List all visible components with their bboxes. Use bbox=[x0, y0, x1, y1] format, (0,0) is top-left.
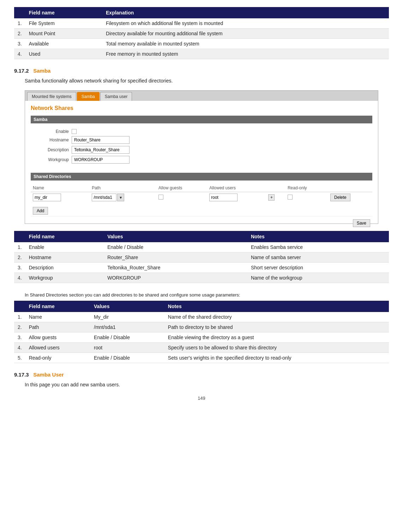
row-notes: Enable viewing the directory as a guest bbox=[164, 332, 389, 342]
shared-add-user-cell: + bbox=[266, 192, 285, 203]
row-field: Allowed users bbox=[25, 342, 90, 353]
save-row: Save bbox=[31, 216, 372, 219]
samba-table-row: 4. Workgroup WORKGROUP Name of the workg… bbox=[14, 273, 389, 283]
shared-table-header-num bbox=[14, 301, 25, 312]
shared-table-row: 3. Allow guests Enable / Disable Enable … bbox=[14, 332, 389, 342]
row-values: /mnt/sda1 bbox=[90, 322, 164, 332]
row-field: Read-only bbox=[25, 353, 90, 363]
tab-samba[interactable]: Samba bbox=[77, 92, 100, 101]
col-read-only: Read-only bbox=[285, 184, 328, 192]
section-9173-desc: In this page you can add new samba users… bbox=[25, 381, 389, 389]
add-button[interactable]: Add bbox=[33, 207, 48, 215]
form-row-description: Description bbox=[36, 146, 367, 154]
row-field: Description bbox=[25, 263, 104, 273]
ui-shared-table: Name Path Allow guests Allowed users Rea… bbox=[31, 184, 372, 203]
row-notes: Name of samba server bbox=[247, 252, 389, 263]
row-field: Name bbox=[25, 312, 90, 322]
row-values: Enable / Disable bbox=[90, 332, 164, 342]
row-values: My_dir bbox=[90, 312, 164, 322]
row-num: 2. bbox=[14, 29, 25, 39]
add-user-button[interactable]: + bbox=[268, 194, 275, 201]
shared-table-row: 5. Read-only Enable / Disable Sets user'… bbox=[14, 353, 389, 363]
row-notes: Sets user's wrights in the specified dir… bbox=[164, 353, 389, 363]
col-allowed-users-action bbox=[266, 184, 285, 192]
col-path: Path bbox=[90, 184, 156, 192]
shared-field-table: Field name Values Notes 1. Name My_dir N… bbox=[14, 301, 389, 363]
row-field: Mount Point bbox=[25, 29, 102, 39]
ui-main-content: Network Shares Samba Enable Hostname Des… bbox=[25, 101, 378, 224]
enable-checkbox[interactable] bbox=[72, 129, 77, 134]
col-name: Name bbox=[31, 184, 90, 192]
save-button[interactable]: Save bbox=[353, 219, 370, 227]
col-allowed-users: Allowed users bbox=[207, 184, 266, 192]
col-delete bbox=[328, 184, 372, 192]
row-explanation: Filesystem on which additional file syst… bbox=[102, 18, 389, 29]
hostname-input[interactable] bbox=[72, 136, 130, 144]
row-notes: Name of the workgroup bbox=[247, 273, 389, 283]
row-notes: Specify users to be allowed to share thi… bbox=[164, 342, 389, 353]
shared-path-input[interactable] bbox=[92, 194, 116, 201]
top-table-row: 4. Used Free memory in mounted system bbox=[14, 49, 389, 59]
row-num: 4. bbox=[14, 342, 25, 353]
row-num: 4. bbox=[14, 49, 25, 59]
row-values: Router_Share bbox=[104, 252, 247, 263]
workgroup-input[interactable] bbox=[72, 156, 130, 164]
col-allow-guests: Allow guests bbox=[156, 184, 207, 192]
top-table-header-explanation: Explanation bbox=[102, 7, 389, 18]
form-row-workgroup: Workgroup bbox=[36, 156, 367, 164]
shared-delete-cell: Delete bbox=[328, 192, 372, 203]
samba-table-header-notes: Notes bbox=[247, 231, 389, 242]
shared-read-only-cell bbox=[285, 192, 328, 203]
row-num: 2. bbox=[14, 252, 25, 263]
ui-shared-section-bar: Shared Directories bbox=[31, 173, 372, 181]
row-field: Used bbox=[25, 49, 102, 59]
shared-note: In Shared Directories section you can ad… bbox=[25, 292, 389, 299]
shared-table-header-values: Values bbox=[90, 301, 164, 312]
shared-path-cell: ▼ bbox=[90, 192, 156, 203]
ui-tabs-bar: Mounted file systems Samba Samba user bbox=[25, 91, 378, 101]
row-explanation: Directory available for mounting additio… bbox=[102, 29, 389, 39]
row-num: 1. bbox=[14, 18, 25, 29]
samba-table-row: 1. Enable Enable / Disable Enables Samba… bbox=[14, 242, 389, 252]
row-explanation: Total memory available in mounted system bbox=[102, 39, 389, 49]
row-num: 1. bbox=[14, 312, 25, 322]
path-dropdown-arrow[interactable]: ▼ bbox=[117, 194, 124, 201]
row-values: Teltonika_Router_Share bbox=[104, 263, 247, 273]
shared-table-row: 1. Name My_dir Name of the shared direct… bbox=[14, 312, 389, 322]
read-only-checkbox[interactable] bbox=[288, 195, 293, 200]
row-num: 3. bbox=[14, 263, 25, 273]
row-field: Available bbox=[25, 39, 102, 49]
description-input[interactable] bbox=[72, 146, 130, 154]
ui-samba-section-bar: Samba bbox=[31, 116, 372, 123]
allow-guests-checkbox[interactable] bbox=[158, 195, 163, 200]
form-row-hostname: Hostname bbox=[36, 136, 367, 144]
samba-table-header-num bbox=[14, 231, 25, 242]
row-num: 5. bbox=[14, 353, 25, 363]
top-table-row: 3. Available Total memory available in m… bbox=[14, 39, 389, 49]
hostname-label: Hostname bbox=[36, 137, 72, 142]
shared-table-row: 2. Path /mnt/sda1 Path to directory to b… bbox=[14, 322, 389, 332]
tab-samba-user[interactable]: Samba user bbox=[100, 92, 132, 101]
row-field: Enable bbox=[25, 242, 104, 252]
top-table-row: 2. Mount Point Directory available for m… bbox=[14, 29, 389, 39]
page-number: 149 bbox=[14, 396, 389, 401]
shared-allowed-users-cell bbox=[207, 192, 266, 203]
row-values: Enable / Disable bbox=[104, 242, 247, 252]
allowed-users-input[interactable] bbox=[209, 194, 237, 201]
shared-dir-row: ▼ + Delete bbox=[31, 192, 372, 203]
shared-allow-guests-cell bbox=[156, 192, 207, 203]
row-notes: Name of the shared directory bbox=[164, 312, 389, 322]
path-group: ▼ bbox=[92, 194, 154, 201]
row-values: WORKGROUP bbox=[104, 273, 247, 283]
samba-table-header-field: Field name bbox=[25, 231, 104, 242]
row-field: Path bbox=[25, 322, 90, 332]
shared-name-input[interactable] bbox=[33, 194, 61, 201]
top-table-row: 1. File System Filesystem on which addit… bbox=[14, 18, 389, 29]
tab-mounted-file-systems[interactable]: Mounted file systems bbox=[27, 92, 76, 101]
row-num: 1. bbox=[14, 242, 25, 252]
add-row: Add bbox=[31, 206, 372, 216]
row-field: Hostname bbox=[25, 252, 104, 263]
delete-button[interactable]: Delete bbox=[330, 194, 350, 201]
top-table: Field name Explanation 1. File System Fi… bbox=[14, 7, 389, 59]
row-notes: Enables Samba service bbox=[247, 242, 389, 252]
